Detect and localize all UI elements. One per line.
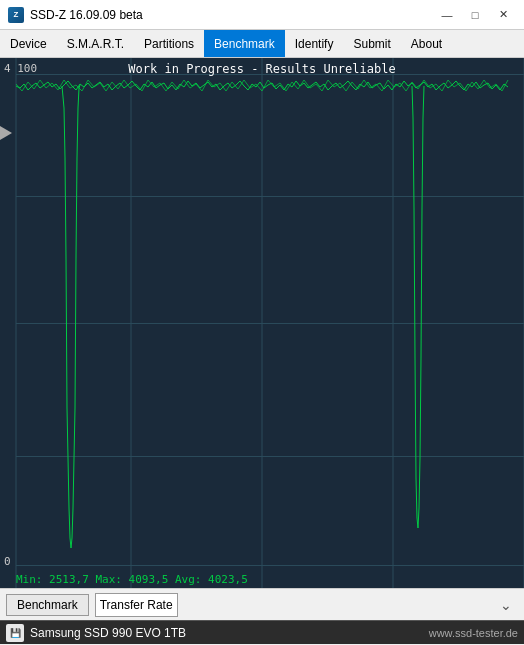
menu-about[interactable]: About — [401, 30, 452, 57]
transfer-rate-dropdown[interactable]: Transfer Rate IOPS Latency Access Time — [95, 593, 178, 617]
window-title: SSD-Z 16.09.09 beta — [30, 8, 434, 22]
menu-smart[interactable]: S.M.A.R.T. — [57, 30, 134, 57]
app-icon: Z — [8, 7, 24, 23]
benchmark-button[interactable]: Benchmark — [6, 594, 89, 616]
chart-title: Work in Progress - Results Unreliable — [128, 62, 395, 76]
chart-stats: Min: 2513,7 Max: 4093,5 Avg: 4023,5 — [16, 573, 248, 586]
close-button[interactable]: ✕ — [490, 5, 516, 25]
transfer-rate-dropdown-wrapper: Transfer Rate IOPS Latency Access Time — [95, 593, 518, 617]
drive-label: Samsung SSD 990 EVO 1TB — [30, 626, 423, 640]
maximize-button[interactable]: □ — [462, 5, 488, 25]
minimize-button[interactable]: — — [434, 5, 460, 25]
svg-marker-5 — [0, 126, 12, 140]
window-controls: — □ ✕ — [434, 5, 516, 25]
y-axis-top-label: 4 100 — [4, 62, 37, 75]
menu-device[interactable]: Device — [0, 30, 57, 57]
menu-bar: Device S.M.A.R.T. Partitions Benchmark I… — [0, 30, 524, 58]
website-label: www.ssd-tester.de — [429, 627, 518, 639]
menu-identify[interactable]: Identify — [285, 30, 344, 57]
bottom-toolbar: Benchmark Transfer Rate IOPS Latency Acc… — [0, 588, 524, 620]
chart-svg — [0, 58, 524, 588]
menu-benchmark[interactable]: Benchmark — [204, 30, 285, 57]
status-bar: 💾 Samsung SSD 990 EVO 1TB www.ssd-tester… — [0, 620, 524, 644]
drive-icon: 💾 — [6, 624, 24, 642]
title-bar: Z SSD-Z 16.09.09 beta — □ ✕ — [0, 0, 524, 30]
chart-area: 4 100 Work in Progress - Results Unrelia… — [0, 58, 524, 588]
menu-submit[interactable]: Submit — [343, 30, 400, 57]
y-axis-bottom-label: 0 — [4, 555, 11, 568]
menu-partitions[interactable]: Partitions — [134, 30, 204, 57]
